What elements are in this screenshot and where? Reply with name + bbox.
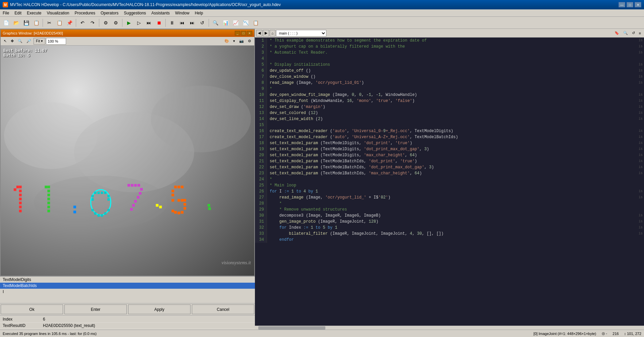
menu-execute[interactable]: Execute — [24, 10, 44, 16]
tb-open[interactable]: 📂 — [11, 18, 21, 27]
gw-settings2[interactable]: ⚙ — [246, 38, 253, 45]
window-controls[interactable]: — □ ✕ — [619, 2, 641, 7]
ed-home[interactable]: ⌂ — [270, 30, 275, 37]
svg-rect-28 — [92, 195, 94, 197]
tb-step-into[interactable]: ⏭ — [144, 18, 154, 27]
line-indicator — [643, 122, 644, 128]
bottom-panel: TextModelDigits TextModelBatchIds I Ok E… — [0, 276, 255, 330]
h-scrollbar[interactable] — [255, 326, 644, 330]
tb-compile2[interactable]: ⚙ — [111, 18, 120, 27]
line-indicator: is — [639, 128, 644, 134]
tb-btn7[interactable]: ⏮ — [177, 18, 187, 27]
tb-copy[interactable]: 📋 — [55, 18, 64, 27]
tb-step[interactable]: ▷ — [134, 18, 144, 27]
ed-back[interactable]: ◀ — [256, 30, 262, 37]
gw-maximize[interactable]: □ — [241, 31, 246, 36]
svg-rect-22 — [73, 211, 76, 213]
tb-paste[interactable]: 📌 — [65, 18, 74, 27]
svg-rect-50 — [174, 186, 177, 188]
tb-save-as[interactable]: 📋 — [32, 18, 41, 27]
menu-bar: File Edit Execute Visualization Procedur… — [0, 9, 644, 17]
tb-new[interactable]: 📄 — [1, 18, 11, 27]
tb-chart4[interactable]: 📋 — [251, 18, 260, 27]
maximize-button[interactable]: □ — [627, 2, 633, 7]
tb-undo[interactable]: ↶ — [78, 18, 87, 27]
digit-g-orange — [171, 186, 186, 215]
svg-rect-51 — [177, 186, 180, 188]
code-line: 15 — [255, 122, 644, 128]
menu-window[interactable]: Window — [172, 10, 192, 16]
tb-run[interactable]: ▶ — [124, 18, 133, 27]
menu-assistants[interactable]: Assistants — [149, 10, 172, 16]
cancel-button[interactable]: Cancel — [192, 304, 254, 314]
gw-settings[interactable]: ▾ — [231, 38, 237, 45]
tb-stop[interactable]: ⏹ — [154, 18, 164, 27]
apply-button[interactable]: Apply — [128, 304, 191, 314]
tb-compile[interactable]: ⚙ — [101, 18, 110, 27]
code-line: 17create_text_model_reader ('auto', 'Uni… — [255, 134, 644, 140]
ed-bookmark[interactable]: 🔖 — [613, 30, 621, 37]
svg-rect-44 — [137, 196, 140, 199]
line-content: decompose3 (Image, ImageR, ImageG, Image… — [267, 213, 639, 219]
line-content: * This example demonstrates how to segme… — [267, 38, 639, 44]
gw-zoom-in[interactable]: 🔍 — [16, 38, 24, 45]
gw-color-picker[interactable]: 🎨 — [223, 38, 231, 45]
variable-list[interactable]: TextModelDigits TextModelBatchIds I — [0, 277, 255, 303]
gw-minimize[interactable]: _ — [235, 31, 240, 36]
channel-info: ◎ - — [602, 331, 607, 336]
gw-zoom-out[interactable]: 🔎 — [25, 38, 33, 45]
menu-procedures[interactable]: Procedures — [72, 10, 98, 16]
editor-procedure-dropdown[interactable]: main ( : : : ) — [276, 30, 326, 37]
menu-visualization[interactable]: Visualization — [44, 10, 72, 16]
minimize-button[interactable]: — — [619, 2, 625, 7]
line-indicator: is — [639, 188, 644, 194]
ed-search[interactable]: 🔍 — [622, 30, 630, 37]
tb-save[interactable]: 💾 — [21, 18, 31, 27]
gw-zoom-input[interactable] — [46, 38, 66, 45]
tb-cut[interactable]: ✂ — [45, 18, 54, 27]
gw-controls[interactable]: _ □ × — [235, 31, 252, 36]
svg-rect-60 — [183, 207, 186, 210]
tb-chart[interactable]: 📊 — [221, 18, 230, 27]
gw-canvas[interactable]: Best before: 11.07 Batch ID: G — [1, 46, 254, 276]
ed-forward[interactable]: ▶ — [263, 30, 269, 37]
line-content: read_image (Image, 'ocr/yogurt_lid_' + I… — [267, 194, 639, 201]
ed-refresh[interactable]: ↺ — [630, 30, 637, 37]
svg-rect-32 — [92, 209, 94, 211]
svg-rect-25 — [97, 192, 100, 194]
close-button[interactable]: ✕ — [635, 2, 641, 7]
var-item-textmodeldigits[interactable]: TextModelDigits — [0, 277, 255, 283]
menu-suggestions[interactable]: Suggestions — [121, 10, 149, 16]
gw-pointer[interactable]: ↖ — [2, 38, 8, 45]
var-item-textmodelbatchids[interactable]: TextModelBatchIds — [0, 283, 255, 289]
menu-operators[interactable]: Operators — [98, 10, 121, 16]
tb-chart2[interactable]: 📈 — [231, 18, 240, 27]
line-indicator: is — [639, 140, 644, 146]
menu-edit[interactable]: Edit — [12, 10, 24, 16]
tb-chart3[interactable]: 📉 — [241, 18, 250, 27]
gw-fit-button[interactable]: Fit ▾ — [34, 38, 45, 45]
tb-btn8[interactable]: ⏭ — [187, 18, 197, 27]
code-editor[interactable]: 1* This example demonstrates how to segm… — [255, 38, 644, 326]
ok-button[interactable]: Ok — [1, 304, 63, 314]
tb-btn9[interactable]: ↺ — [198, 18, 207, 27]
gw-move[interactable]: ✥ — [9, 38, 15, 45]
line-number: 12 — [255, 104, 267, 110]
var-item-i[interactable]: I — [0, 289, 255, 295]
gw-screenshot[interactable]: 📷 — [237, 38, 246, 45]
ed-more[interactable]: ≡ — [637, 30, 643, 37]
menu-help[interactable]: Help — [192, 10, 206, 16]
tb-btn6[interactable]: ⏸ — [167, 18, 177, 27]
tb-redo[interactable]: ↷ — [88, 18, 97, 27]
svg-rect-56 — [177, 199, 180, 202]
menu-file[interactable]: File — [0, 10, 12, 16]
line-content: create_text_model_reader ('auto', 'Unive… — [267, 128, 639, 134]
line-content: * a yoghurt cap on a bilaterally filtere… — [267, 44, 639, 50]
tb-search[interactable]: 🔍 — [211, 18, 220, 27]
line-content: * Remove unwanted structures — [267, 207, 643, 213]
h-scrollbar-thumb[interactable] — [258, 326, 325, 330]
gw-close[interactable]: × — [247, 31, 252, 36]
enter-button[interactable]: Enter — [64, 304, 127, 314]
code-line: 20set_text_model_param (TextModelDigits,… — [255, 152, 644, 158]
line-content: dev_set_draw ('margin') — [267, 104, 639, 110]
